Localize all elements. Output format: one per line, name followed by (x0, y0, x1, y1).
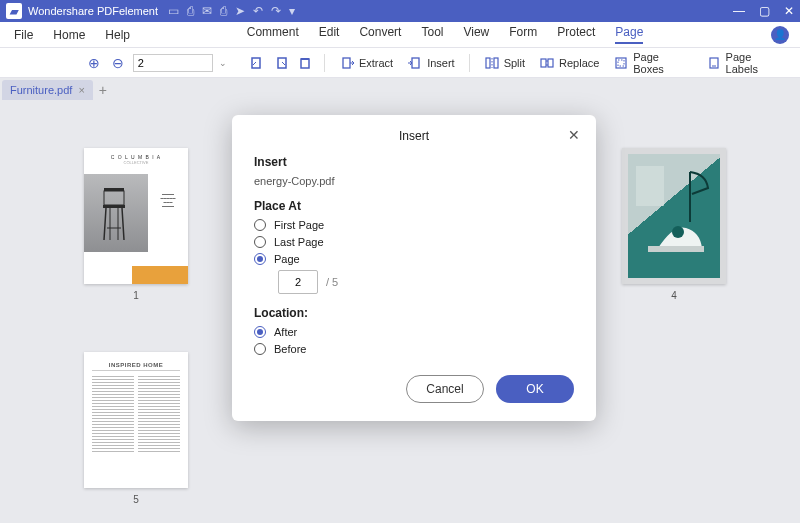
svg-rect-23 (636, 166, 664, 206)
delete-page-icon[interactable] (296, 54, 314, 72)
page-boxes-label: Page Boxes (633, 51, 692, 75)
title-bar: ▰ Wondershare PDFelement ▭ ⎙ ✉ ⎙ ➤ ↶ ↷ ▾… (0, 0, 800, 22)
insert-icon (407, 55, 423, 71)
split-label: Split (504, 57, 525, 69)
svg-rect-16 (104, 191, 124, 205)
page-labels-button[interactable]: Page Labels (702, 51, 790, 75)
rotate-right-icon[interactable] (272, 54, 290, 72)
qat-dropdown-icon[interactable]: ▾ (289, 4, 295, 18)
user-avatar-icon[interactable]: 👤 (771, 26, 789, 44)
option-last-page[interactable]: Last Page (254, 236, 574, 248)
insert-button[interactable]: Insert (403, 55, 459, 71)
document-tab-label: Furniture.pdf (10, 84, 72, 96)
split-icon (484, 55, 500, 71)
radio-selected-icon (254, 253, 266, 265)
menu-view[interactable]: View (463, 25, 489, 44)
menu-comment[interactable]: Comment (247, 25, 299, 44)
svg-rect-5 (412, 58, 419, 68)
replace-button[interactable]: Replace (535, 55, 603, 71)
replace-label: Replace (559, 57, 599, 69)
document-tab[interactable]: Furniture.pdf × (2, 80, 93, 100)
option-after-label: After (274, 326, 297, 338)
option-page[interactable]: Page (254, 253, 574, 265)
menu-tool[interactable]: Tool (421, 25, 443, 44)
mail-icon[interactable]: ✉ (202, 4, 212, 18)
svg-point-24 (672, 226, 684, 238)
menu-form[interactable]: Form (509, 25, 537, 44)
menu-file[interactable]: File (14, 28, 33, 42)
insert-filename: energy-Copy.pdf (254, 175, 574, 187)
svg-rect-7 (494, 58, 498, 68)
ok-button[interactable]: OK (496, 375, 574, 403)
thumb1-sub: COLLECTIVE (84, 160, 188, 165)
close-window-button[interactable]: ✕ (784, 4, 794, 18)
page-boxes-icon (613, 55, 629, 71)
menu-edit[interactable]: Edit (319, 25, 340, 44)
option-before[interactable]: Before (254, 343, 574, 355)
section-insert-heading: Insert (254, 155, 574, 169)
split-button[interactable]: Split (480, 55, 529, 71)
svg-rect-9 (541, 59, 546, 67)
option-last-page-label: Last Page (274, 236, 324, 248)
page-number-field[interactable] (278, 270, 318, 294)
thumb4-number: 4 (622, 290, 726, 301)
zoom-out-icon[interactable]: ⊖ (109, 54, 127, 72)
svg-rect-12 (618, 60, 624, 66)
dialog-close-button[interactable]: ✕ (568, 127, 580, 143)
replace-icon (539, 55, 555, 71)
window-controls: — ▢ ✕ (733, 4, 794, 18)
option-first-page-label: First Page (274, 219, 324, 231)
page-boxes-button[interactable]: Page Boxes (609, 51, 695, 75)
svg-line-18 (104, 208, 106, 240)
svg-rect-6 (486, 58, 490, 68)
svg-rect-17 (103, 205, 125, 208)
page-labels-icon (706, 55, 722, 71)
redo-icon[interactable]: ↷ (271, 4, 281, 18)
app-logo-icon: ▰ (6, 3, 22, 19)
menu-bar: File Home Help Comment Edit Convert Tool… (0, 22, 800, 48)
rotate-left-icon[interactable] (249, 54, 267, 72)
page-thumbnail-5[interactable]: INSPIRED HOME 5 (84, 352, 188, 505)
dialog-title: Insert (399, 129, 429, 143)
extract-button[interactable]: Extract (335, 55, 397, 71)
menu-home[interactable]: Home (53, 28, 85, 42)
zoom-in-icon[interactable]: ⊕ (85, 54, 103, 72)
page-labels-label: Page Labels (726, 51, 786, 75)
svg-line-19 (122, 208, 124, 240)
insert-dialog: Insert ✕ Insert energy-Copy.pdf Place At… (232, 115, 596, 421)
page-dropdown-icon[interactable]: ⌄ (219, 58, 227, 68)
radio-icon (254, 219, 266, 231)
print-icon[interactable]: ⎙ (220, 4, 227, 18)
radio-icon (254, 236, 266, 248)
save-icon[interactable]: ⎙ (187, 4, 194, 18)
maximize-button[interactable]: ▢ (759, 4, 770, 18)
cancel-button[interactable]: Cancel (406, 375, 484, 403)
add-tab-button[interactable]: + (93, 80, 113, 100)
menu-page[interactable]: Page (615, 25, 643, 44)
radio-icon (254, 343, 266, 355)
share-icon[interactable]: ➤ (235, 4, 245, 18)
folder-open-icon[interactable]: ▭ (168, 4, 179, 18)
option-page-label: Page (274, 253, 300, 265)
option-after[interactable]: After (254, 326, 574, 338)
close-tab-icon[interactable]: × (78, 84, 84, 96)
page-thumbnail-1[interactable]: C O L U M B I A COLLECTIVE ▬▬▬▬▬▬▬▬▬▬▬▬▬… (84, 148, 188, 301)
menu-help[interactable]: Help (105, 28, 130, 42)
option-first-page[interactable]: First Page (254, 219, 574, 231)
page-toolbar: ⊕ ⊖ ⌄ Extract Insert Split Replace Page … (0, 48, 800, 78)
page-thumbnail-4[interactable]: 4 (622, 148, 726, 301)
svg-rect-1 (278, 58, 286, 68)
extract-label: Extract (359, 57, 393, 69)
thumb1-number: 1 (84, 290, 188, 301)
thumb5-title: INSPIRED HOME (92, 362, 180, 368)
thumb5-number: 5 (84, 494, 188, 505)
menu-convert[interactable]: Convert (359, 25, 401, 44)
svg-rect-0 (252, 58, 260, 68)
document-tab-bar: Furniture.pdf × + (0, 78, 800, 100)
page-number-input[interactable] (133, 54, 213, 72)
app-title: Wondershare PDFelement (28, 5, 158, 17)
minimize-button[interactable]: — (733, 4, 745, 18)
undo-icon[interactable]: ↶ (253, 4, 263, 18)
option-before-label: Before (274, 343, 306, 355)
menu-protect[interactable]: Protect (557, 25, 595, 44)
